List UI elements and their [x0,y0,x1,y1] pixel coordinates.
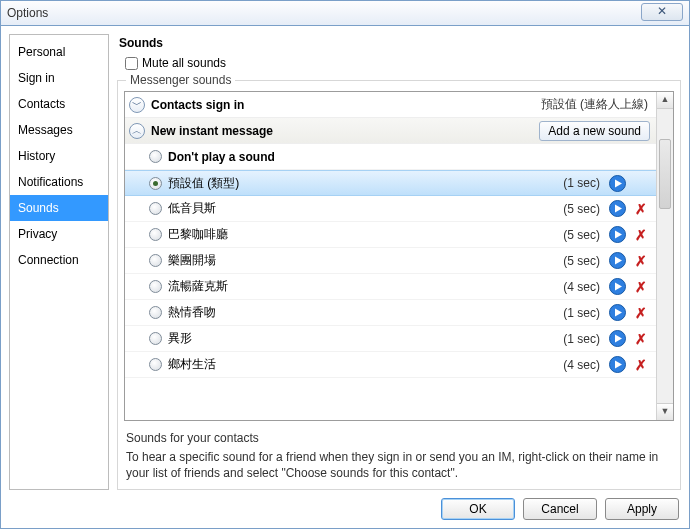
delete-icon[interactable]: ✗ [632,356,650,374]
scroll-thumb[interactable] [659,139,671,209]
scroll-down-icon[interactable]: ▼ [657,403,673,420]
option-duration: (1 sec) [563,176,600,190]
delete-icon[interactable]: ✗ [632,226,650,244]
close-button[interactable]: ✕ [641,3,683,21]
play-icon[interactable] [608,356,626,374]
play-icon[interactable] [608,304,626,322]
sidebar-item-messages[interactable]: Messages [10,117,108,143]
cancel-button[interactable]: Cancel [523,498,597,520]
radio-icon [149,177,162,190]
chevron-down-icon: ﹀ [129,97,145,113]
group-contacts-signin[interactable]: ﹀ Contacts sign in 預設值 (連絡人上線) [125,92,656,118]
option-label: 巴黎咖啡廳 [168,226,557,243]
play-icon[interactable] [608,278,626,296]
apply-button[interactable]: Apply [605,498,679,520]
sidebar-item-sounds[interactable]: Sounds [10,195,108,221]
window-title: Options [7,6,48,20]
radio-icon [149,254,162,267]
option-label: 熱情香吻 [168,304,557,321]
option-label: 流暢薩克斯 [168,278,557,295]
mute-label: Mute all sounds [142,56,226,70]
sidebar-item-history[interactable]: History [10,143,108,169]
group-value: 預設值 (連絡人上線) [541,96,648,113]
sound-option[interactable]: 熱情香吻 (1 sec) ✗ [125,300,656,326]
play-icon[interactable] [608,330,626,348]
sound-option-none[interactable]: Don't play a sound [125,144,656,170]
titlebar: Options ✕ [0,0,690,26]
group-label: New instant message [151,124,529,138]
sound-option[interactable]: 異形 (1 sec) ✗ [125,326,656,352]
chevron-up-icon: ︿ [129,123,145,139]
radio-icon [149,332,162,345]
option-label: 鄉村生活 [168,356,557,373]
sound-option[interactable]: 低音貝斯 (5 sec) ✗ [125,196,656,222]
sidebar-item-contacts[interactable]: Contacts [10,91,108,117]
sounds-listbox: ﹀ Contacts sign in 預設值 (連絡人上線) ︿ New ins… [124,91,674,421]
dialog-body: Personal Sign in Contacts Messages Histo… [0,26,690,529]
sidebar-item-privacy[interactable]: Privacy [10,221,108,247]
delete-icon[interactable]: ✗ [632,252,650,270]
scroll-up-icon[interactable]: ▲ [657,92,673,109]
radio-icon [149,306,162,319]
messenger-sounds-fieldset: Messenger sounds ﹀ Contacts sign in 預設值 … [117,80,681,490]
mute-checkbox[interactable] [125,57,138,70]
option-duration: (1 sec) [563,306,600,320]
radio-icon [149,202,162,215]
sidebar-item-signin[interactable]: Sign in [10,65,108,91]
sounds-list: ﹀ Contacts sign in 預設值 (連絡人上線) ︿ New ins… [125,92,656,420]
radio-icon [149,358,162,371]
option-duration: (1 sec) [563,332,600,346]
radio-icon [149,280,162,293]
sound-option[interactable]: 流暢薩克斯 (4 sec) ✗ [125,274,656,300]
ok-button[interactable]: OK [441,498,515,520]
group-new-im[interactable]: ︿ New instant message Add a new sound [125,118,656,144]
option-duration: (4 sec) [563,280,600,294]
delete-icon[interactable]: ✗ [632,304,650,322]
play-icon[interactable] [608,174,626,192]
play-icon[interactable] [608,226,626,244]
main-panel: Sounds Mute all sounds Messenger sounds … [117,34,681,490]
contacts-sounds-note: To hear a specific sound for a friend wh… [126,449,672,481]
sound-option[interactable]: 巴黎咖啡廳 (5 sec) ✗ [125,222,656,248]
option-duration: (5 sec) [563,202,600,216]
contacts-sounds-title: Sounds for your contacts [126,431,672,445]
option-duration: (5 sec) [563,254,600,268]
fieldset-legend: Messenger sounds [126,73,235,87]
sound-option[interactable]: 樂團開場 (5 sec) ✗ [125,248,656,274]
option-label: 樂團開場 [168,252,557,269]
page-title: Sounds [119,36,681,50]
option-duration: (5 sec) [563,228,600,242]
delete-icon[interactable]: ✗ [632,200,650,218]
sidebar-item-connection[interactable]: Connection [10,247,108,273]
option-label: 低音貝斯 [168,200,557,217]
option-label: 預設值 (類型) [168,175,557,192]
dialog-buttons: OK Cancel Apply [9,490,681,520]
sidebar-item-notifications[interactable]: Notifications [10,169,108,195]
mute-row: Mute all sounds [125,56,681,70]
play-icon[interactable] [608,200,626,218]
radio-icon [149,228,162,241]
play-icon[interactable] [608,252,626,270]
add-sound-button[interactable]: Add a new sound [539,121,650,141]
content-area: Personal Sign in Contacts Messages Histo… [9,34,681,490]
group-label: Contacts sign in [151,98,535,112]
option-label: Don't play a sound [168,150,650,164]
sound-option-default[interactable]: 預設值 (類型) (1 sec) ✗ [125,170,656,196]
radio-icon [149,150,162,163]
scrollbar[interactable]: ▲ ▼ [656,92,673,420]
option-duration: (4 sec) [563,358,600,372]
sidebar: Personal Sign in Contacts Messages Histo… [9,34,109,490]
delete-icon[interactable]: ✗ [632,330,650,348]
sound-option[interactable]: 鄉村生活 (4 sec) ✗ [125,352,656,378]
scroll-track[interactable] [657,109,673,403]
delete-icon[interactable]: ✗ [632,278,650,296]
close-icon: ✕ [657,4,667,18]
option-label: 異形 [168,330,557,347]
sidebar-item-personal[interactable]: Personal [10,39,108,65]
